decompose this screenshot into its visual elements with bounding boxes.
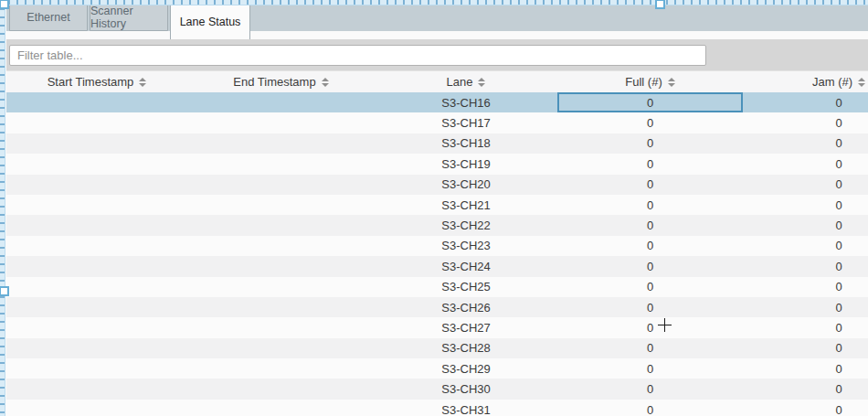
cell-full[interactable]: 0: [557, 92, 743, 112]
cell-end-timestamp[interactable]: [187, 154, 375, 174]
cell-end-timestamp[interactable]: [187, 92, 375, 112]
cell-start-timestamp[interactable]: [6, 317, 187, 337]
table-row[interactable]: S3-CH2600: [6, 297, 868, 317]
table-row[interactable]: S3-CH3000: [6, 379, 868, 399]
cell-full[interactable]: 0: [557, 400, 743, 416]
cell-start-timestamp[interactable]: [6, 379, 187, 399]
selection-handle-top-middle[interactable]: [655, 0, 665, 9]
cell-lane[interactable]: S3-CH23: [375, 236, 557, 256]
table-row[interactable]: S3-CH1600: [6, 92, 868, 112]
cell-lane[interactable]: S3-CH29: [375, 358, 557, 379]
cell-lane[interactable]: S3-CH24: [375, 256, 557, 276]
cell-start-timestamp[interactable]: [6, 133, 187, 154]
table-row[interactable]: S3-CH2200: [6, 215, 868, 235]
cell-start-timestamp[interactable]: [6, 195, 187, 215]
cell-lane[interactable]: S3-CH28: [375, 338, 557, 358]
cell-end-timestamp[interactable]: [187, 112, 375, 133]
cell-start-timestamp[interactable]: [6, 112, 187, 133]
tab-lane-status[interactable]: Lane Status: [170, 4, 250, 39]
filter-input[interactable]: [9, 45, 706, 66]
cell-jam[interactable]: 0: [743, 175, 868, 195]
table-row[interactable]: S3-CH2000: [6, 175, 868, 195]
cell-lane[interactable]: S3-CH18: [375, 133, 557, 154]
cell-lane[interactable]: S3-CH20: [375, 175, 557, 195]
table-row[interactable]: S3-CH2900: [6, 358, 868, 379]
cell-jam[interactable]: 0: [743, 256, 868, 276]
cell-full[interactable]: 0: [557, 379, 743, 399]
selection-handle-middle-left[interactable]: [0, 286, 9, 296]
cell-end-timestamp[interactable]: [187, 133, 375, 154]
cell-start-timestamp[interactable]: [6, 297, 187, 317]
cell-jam[interactable]: 0: [743, 277, 868, 297]
cell-end-timestamp[interactable]: [187, 195, 375, 215]
cell-end-timestamp[interactable]: [187, 338, 375, 358]
cell-jam[interactable]: 0: [743, 317, 868, 337]
cell-lane[interactable]: S3-CH27: [375, 317, 557, 337]
cell-end-timestamp[interactable]: [187, 297, 375, 317]
cell-jam[interactable]: 0: [743, 215, 868, 235]
cell-full[interactable]: 0: [557, 317, 743, 337]
cell-full[interactable]: 0: [557, 338, 743, 358]
cell-full[interactable]: 0: [557, 133, 743, 154]
cell-start-timestamp[interactable]: [6, 154, 187, 174]
table-row[interactable]: S3-CH2700: [6, 317, 868, 337]
cell-lane[interactable]: S3-CH25: [375, 277, 557, 297]
cell-jam[interactable]: 0: [743, 112, 868, 133]
column-header-end-timestamp[interactable]: End Timestamp: [187, 71, 375, 92]
column-header-start-timestamp[interactable]: Start Timestamp: [6, 71, 187, 92]
cell-full[interactable]: 0: [557, 256, 743, 276]
table-row[interactable]: S3-CH2800: [6, 338, 868, 358]
column-header-lane[interactable]: Lane: [375, 71, 557, 92]
table-row[interactable]: S3-CH2500: [6, 277, 868, 297]
cell-full[interactable]: 0: [557, 236, 743, 256]
tab-ethernet[interactable]: Ethernet: [9, 4, 88, 31]
column-header-jam[interactable]: Jam (#): [743, 71, 868, 92]
cell-full[interactable]: 0: [557, 175, 743, 195]
cell-jam[interactable]: 0: [743, 338, 868, 358]
cell-full[interactable]: 0: [557, 358, 743, 379]
cell-end-timestamp[interactable]: [187, 256, 375, 276]
cell-jam[interactable]: 0: [743, 236, 868, 256]
cell-jam[interactable]: 0: [743, 92, 868, 112]
cell-end-timestamp[interactable]: [187, 236, 375, 256]
cell-lane[interactable]: S3-CH19: [375, 154, 557, 174]
cell-full[interactable]: 0: [557, 112, 743, 133]
cell-full[interactable]: 0: [557, 215, 743, 235]
cell-start-timestamp[interactable]: [6, 256, 187, 276]
selection-handle-top-left[interactable]: [0, 0, 9, 9]
cell-full[interactable]: 0: [557, 297, 743, 317]
tab-scanner-history[interactable]: Scanner History: [90, 4, 168, 31]
cell-start-timestamp[interactable]: [6, 92, 187, 112]
column-header-full[interactable]: Full (#): [557, 71, 743, 92]
cell-start-timestamp[interactable]: [6, 215, 187, 235]
cell-full[interactable]: 0: [557, 154, 743, 174]
cell-start-timestamp[interactable]: [6, 400, 187, 416]
table-row[interactable]: S3-CH1900: [6, 154, 868, 174]
table-row[interactable]: S3-CH2300: [6, 236, 868, 256]
cell-start-timestamp[interactable]: [6, 175, 187, 195]
cell-end-timestamp[interactable]: [187, 358, 375, 379]
cell-end-timestamp[interactable]: [187, 175, 375, 195]
cell-jam[interactable]: 0: [743, 400, 868, 416]
cell-end-timestamp[interactable]: [187, 379, 375, 399]
cell-lane[interactable]: S3-CH16: [375, 92, 557, 112]
table-row[interactable]: S3-CH2400: [6, 256, 868, 276]
cell-start-timestamp[interactable]: [6, 236, 187, 256]
table-row[interactable]: S3-CH3100: [6, 400, 868, 416]
cell-end-timestamp[interactable]: [187, 317, 375, 337]
cell-jam[interactable]: 0: [743, 154, 868, 174]
cell-lane[interactable]: S3-CH31: [375, 400, 557, 416]
cell-lane[interactable]: S3-CH26: [375, 297, 557, 317]
cell-lane[interactable]: S3-CH17: [375, 112, 557, 133]
cell-jam[interactable]: 0: [743, 358, 868, 379]
cell-jam[interactable]: 0: [743, 133, 868, 154]
cell-start-timestamp[interactable]: [6, 358, 187, 379]
cell-lane[interactable]: S3-CH21: [375, 195, 557, 215]
cell-jam[interactable]: 0: [743, 195, 868, 215]
table-row[interactable]: S3-CH1800: [6, 133, 868, 154]
cell-start-timestamp[interactable]: [6, 338, 187, 358]
table-row[interactable]: S3-CH1700: [6, 112, 868, 133]
table-row[interactable]: S3-CH2100: [6, 195, 868, 215]
cell-lane[interactable]: S3-CH30: [375, 379, 557, 399]
cell-full[interactable]: 0: [557, 195, 743, 215]
